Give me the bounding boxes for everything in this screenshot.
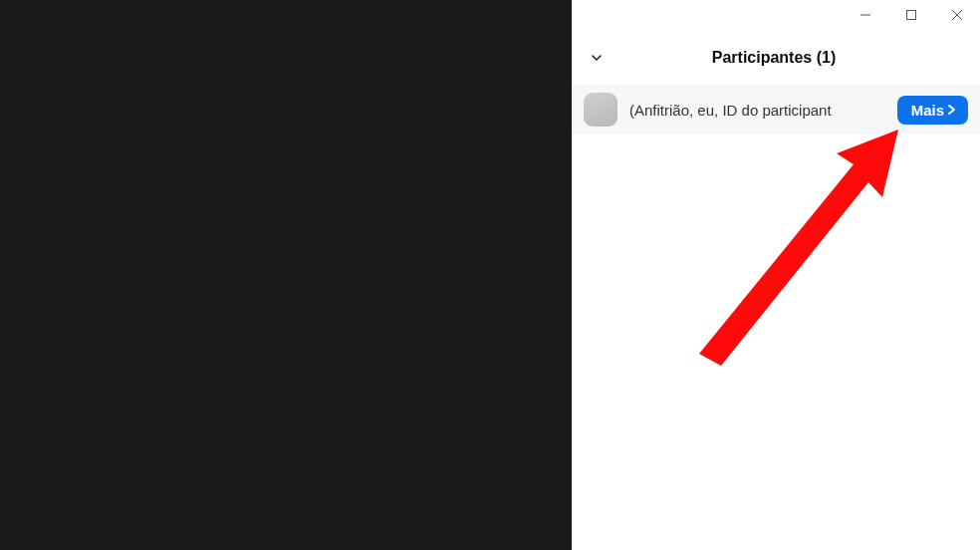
panel-title: Participantes (1) xyxy=(586,49,962,67)
chevron-right-icon xyxy=(947,104,956,116)
app-root: Participantes (1) (Anfitrião, eu, ID do … xyxy=(0,0,980,550)
avatar xyxy=(584,93,617,127)
svg-rect-1 xyxy=(907,11,916,20)
maximize-button[interactable] xyxy=(888,0,934,30)
window-controls xyxy=(843,0,980,30)
panel-header: Participantes (1) xyxy=(572,32,980,79)
participant-row[interactable]: (Anfitrião, eu, ID do participant Mais xyxy=(572,85,980,135)
minimize-icon xyxy=(860,10,870,20)
more-button-label: Mais xyxy=(911,102,944,119)
close-icon xyxy=(952,10,962,20)
video-area xyxy=(0,0,572,550)
more-button[interactable]: Mais xyxy=(897,96,968,125)
participant-label: (Anfitrião, eu, ID do participant xyxy=(629,102,889,119)
participants-panel: Participantes (1) (Anfitrião, eu, ID do … xyxy=(572,0,980,550)
close-button[interactable] xyxy=(934,0,980,30)
minimize-button[interactable] xyxy=(843,0,888,30)
maximize-icon xyxy=(906,10,916,20)
